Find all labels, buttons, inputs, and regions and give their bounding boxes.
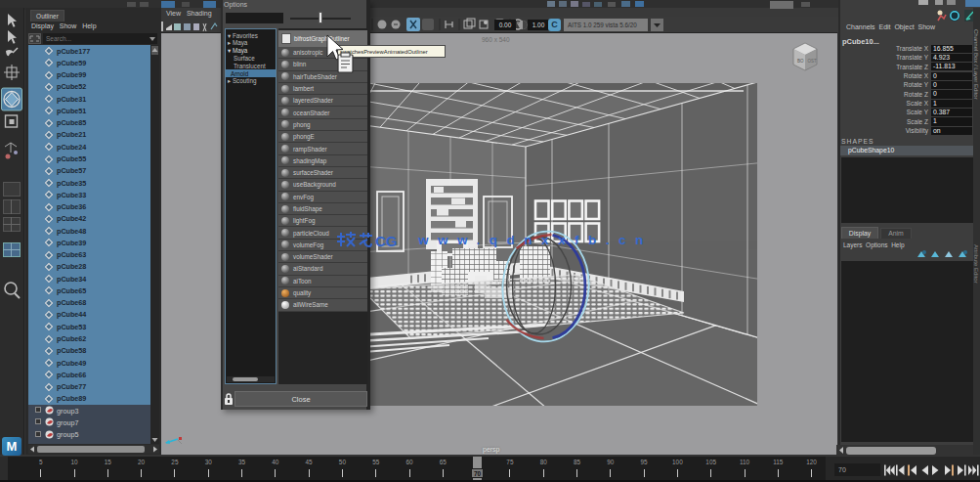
svg-text:CG: CG <box>375 233 398 249</box>
svg-text:OST: OST <box>808 59 818 64</box>
svg-text:BO: BO <box>797 59 804 64</box>
